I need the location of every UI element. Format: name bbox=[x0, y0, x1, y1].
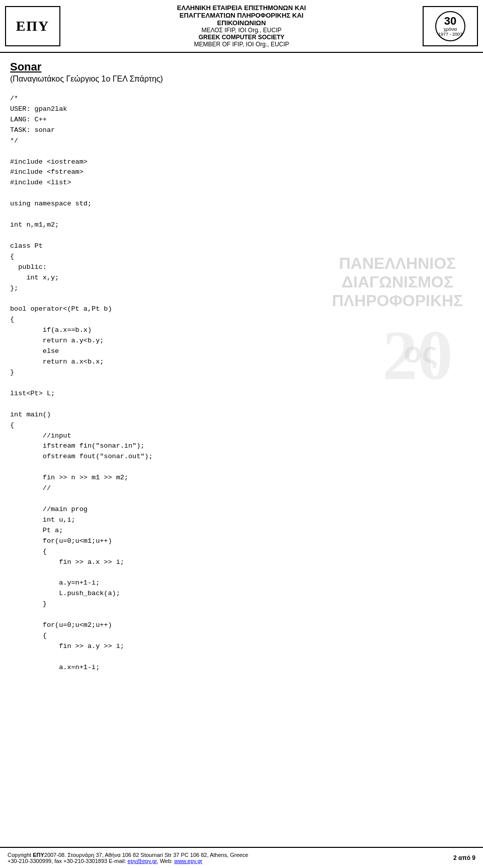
footer-page-number: 2 από 9 bbox=[453, 854, 475, 861]
footer-copyright-text: Copyright bbox=[8, 852, 33, 858]
org-line2: ΕΠΑΓΓΕΛΜΑΤΙΩΝ ΠΛΗΡΟΦΟΡΙΚΗΣ ΚΑΙ bbox=[65, 12, 418, 19]
org-line4: ΜΕΛΟΣ IFIP, IOI Org., EUCIP bbox=[65, 27, 418, 34]
footer-phone: +30-210-3300999, fax +30-210-3301893 E-m… bbox=[8, 858, 128, 864]
footer-web-text: , Web: bbox=[157, 858, 175, 864]
org-line6: MEMBER OF IFIP, IOI Org., EUCIP bbox=[65, 41, 418, 48]
logo-right: 30 χρόνια 1977 - 2007 bbox=[423, 6, 478, 46]
epu-logo-text: ΕΠΥ bbox=[16, 18, 50, 34]
footer-address: Στουρνάρη 37, Αθήνα 106 82 Stournari Str… bbox=[66, 852, 248, 858]
logo-left: ΕΠΥ bbox=[5, 6, 60, 46]
page-title: Sonar bbox=[10, 60, 473, 74]
code-block: /* USER: gpan2lak LANG: C++ TASK: sonar … bbox=[10, 94, 473, 673]
footer-year: 2007-08. bbox=[44, 852, 66, 858]
org-line3: ΕΠΙΚΟΙΝΩΝΙΩΝ bbox=[65, 19, 418, 27]
anniversary-number: 30 bbox=[444, 16, 456, 27]
org-line5: GREEK COMPUTER SOCIETY bbox=[65, 34, 418, 41]
anniversary-years: 1977 - 2007 bbox=[438, 32, 462, 37]
anniversary-circle: 30 χρόνια 1977 - 2007 bbox=[435, 11, 465, 41]
anniversary-chronia: χρόνια bbox=[444, 27, 457, 32]
org-line1: ΕΛΛΗΝΙΚΗ ΕΤΑΙΡΕΙΑ ΕΠΙΣΤΗΜΟΝΩΝ ΚΑΙ bbox=[65, 4, 418, 12]
footer-email-link[interactable]: epy@epy.gr bbox=[128, 858, 157, 864]
footer-copyright: Copyright ΕΠΥ2007-08. Στουρνάρη 37, Αθήν… bbox=[8, 852, 248, 864]
page-subtitle: (Παναγιωτάκος Γεώργιος 1ο ΓΕΛ Σπάρτης) bbox=[10, 75, 473, 84]
footer-epu: ΕΠΥ bbox=[33, 852, 44, 858]
page-footer: Copyright ΕΠΥ2007-08. Στουρνάρη 37, Αθήν… bbox=[0, 847, 483, 868]
page-header: ΕΠΥ ΕΛΛΗΝΙΚΗ ΕΤΑΙΡΕΙΑ ΕΠΙΣΤΗΜΟΝΩΝ ΚΑΙ ΕΠ… bbox=[0, 0, 483, 53]
footer-web-link[interactable]: www.epy.gr bbox=[174, 858, 202, 864]
page-content: ΠΑΝΕΛΛΗΝΙΟΣ ΔΙΑΓΩΝΙΣΜΟΣ ΠΛΗΡΟΦΟΡΙΚΗΣ 20 … bbox=[0, 53, 483, 681]
header-org-info: ΕΛΛΗΝΙΚΗ ΕΤΑΙΡΕΙΑ ΕΠΙΣΤΗΜΟΝΩΝ ΚΑΙ ΕΠΑΓΓΕ… bbox=[65, 4, 418, 48]
